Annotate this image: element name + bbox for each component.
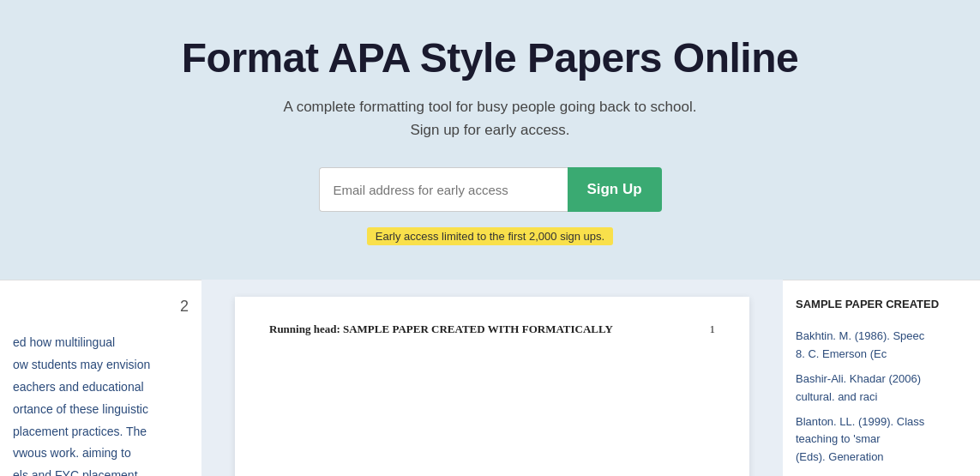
early-access-note-wrapper: Early access limited to the first 2,000 … bbox=[17, 220, 963, 245]
signup-form: Sign Up bbox=[17, 167, 963, 212]
subtitle-line2: Sign up for early access. bbox=[410, 122, 569, 138]
paper-preview: Running head: SAMPLE PAPER CREATED WITH … bbox=[235, 297, 749, 476]
right-panel-ref-2: Bashir-Ali. Khadar (2006)cultural. and r… bbox=[796, 371, 967, 407]
hero-subtitle: A complete formatting tool for busy peop… bbox=[17, 95, 963, 142]
left-text-line-6: vwous work. aiming to bbox=[13, 443, 189, 464]
right-panel-ref-1: Bakhtin. M. (1986). Speec8. C. Emerson (… bbox=[796, 328, 967, 364]
left-text-line-3: eachers and educational bbox=[13, 377, 189, 398]
page-title: Format APA Style Papers Online bbox=[17, 34, 963, 81]
email-input[interactable] bbox=[319, 167, 568, 212]
left-panel: 2 ed how multilingual ow students may en… bbox=[0, 280, 201, 476]
right-panel-ref-3: Blanton. LL. (1999). Classteaching to 's… bbox=[796, 413, 967, 467]
subtitle-line1: A complete formatting tool for busy peop… bbox=[284, 99, 697, 115]
center-panel: Running head: SAMPLE PAPER CREATED WITH … bbox=[201, 280, 783, 476]
early-access-note: Early access limited to the first 2,000 … bbox=[367, 227, 613, 245]
left-text-line-2: ow students may envision bbox=[13, 355, 189, 376]
left-text-line-4: ortance of these linguistic bbox=[13, 400, 189, 420]
left-text-line-1: ed how multilingual bbox=[13, 333, 189, 353]
left-text-line-5: placement practices. The bbox=[13, 422, 189, 443]
content-area: 2 ed how multilingual ow students may en… bbox=[0, 280, 980, 476]
left-panel-text: ed how multilingual ow students may envi… bbox=[13, 333, 189, 476]
left-text-line-7: els and FYC placement bbox=[13, 466, 189, 476]
paper-page-number: 1 bbox=[710, 322, 716, 336]
hero-section: Format APA Style Papers Online A complet… bbox=[0, 0, 980, 271]
left-panel-page-number: 2 bbox=[13, 298, 189, 316]
right-panel: SAMPLE PAPER CREATED Bakhtin. M. (1986).… bbox=[783, 280, 980, 476]
signup-button[interactable]: Sign Up bbox=[568, 167, 662, 212]
paper-running-head: Running head: SAMPLE PAPER CREATED WITH … bbox=[269, 322, 613, 336]
right-panel-title: SAMPLE PAPER CREATED bbox=[796, 298, 967, 310]
